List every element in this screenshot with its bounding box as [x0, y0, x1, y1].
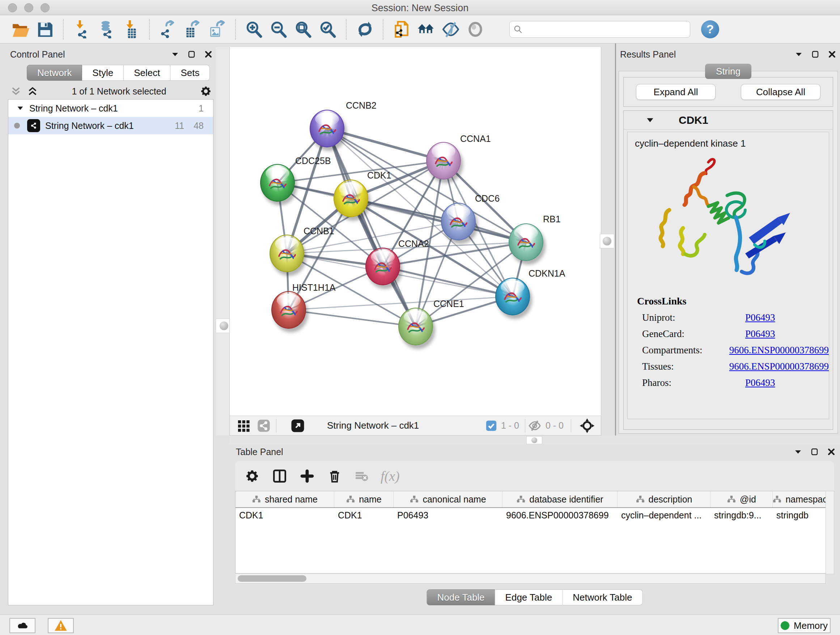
- fit-content-crosshair-icon[interactable]: [579, 418, 595, 434]
- close-panel-icon[interactable]: [828, 50, 836, 59]
- refresh-layout-icon: [355, 20, 374, 38]
- crosslink-link[interactable]: 9606.ENSP00000378699: [729, 345, 829, 356]
- tab-network-table[interactable]: Network Table: [562, 589, 643, 605]
- close-panel-icon[interactable]: [204, 50, 213, 59]
- tab-sets[interactable]: Sets: [171, 65, 210, 81]
- collapse-all-button[interactable]: Collapse All: [741, 84, 821, 100]
- column-header-name[interactable]: name: [334, 491, 393, 507]
- table-cell[interactable]: stringdb: [773, 508, 832, 524]
- network-node-hist1h1a[interactable]: [271, 291, 306, 329]
- table-cell[interactable]: cyclin–dependent ...: [617, 508, 711, 524]
- refresh-layout-button[interactable]: [354, 19, 375, 40]
- panel-menu-icon[interactable]: [794, 448, 802, 456]
- network-canvas[interactable]: CCNB2 CCNA1 CDC25B CDK1 CDC6 RB1 CCNB1: [229, 47, 601, 416]
- table-cell[interactable]: 9606.ENSP00000378699: [502, 508, 617, 524]
- table-cell[interactable]: CDK1: [235, 508, 334, 524]
- open-session-button[interactable]: [10, 19, 31, 40]
- expand-all-icon[interactable]: [27, 86, 38, 97]
- left-splitter[interactable]: [216, 47, 229, 435]
- collapse-all-icon[interactable]: [10, 86, 22, 97]
- warnings-button[interactable]: [48, 618, 74, 633]
- network-node-ccne1[interactable]: [398, 308, 433, 345]
- import-table-button[interactable]: [120, 19, 141, 40]
- network-node-ccna2[interactable]: [365, 248, 400, 285]
- network-node-ccnb1[interactable]: [270, 234, 304, 272]
- crosslink-row: Uniprot:P06493: [637, 312, 829, 323]
- show-columns-icon[interactable]: [272, 469, 287, 484]
- crosslink-row: GeneCard:P06493: [637, 328, 829, 340]
- tab-node-table[interactable]: Node Table: [427, 589, 495, 605]
- network-options-gear-icon[interactable]: [200, 85, 212, 97]
- tab-select[interactable]: Select: [124, 65, 171, 81]
- crosslink-link[interactable]: P06493: [745, 328, 775, 340]
- export-network-button[interactable]: [157, 19, 178, 40]
- right-splitter-handle[interactable]: [600, 234, 614, 249]
- save-session-button[interactable]: [34, 19, 55, 40]
- column-header--id[interactable]: @id: [711, 491, 773, 507]
- delete-column-icon[interactable]: [327, 469, 342, 484]
- network-node-ccna1[interactable]: [426, 142, 461, 180]
- table-row[interactable]: CDK1CDK1P064939606.ENSP00000378699cyclin…: [235, 508, 834, 524]
- column-header-shared-name[interactable]: shared name: [235, 491, 334, 507]
- network-node-rb1[interactable]: [508, 223, 543, 261]
- column-header-namespace[interactable]: namespace: [773, 491, 832, 507]
- tab-style[interactable]: Style: [82, 65, 124, 81]
- tab-edge-table[interactable]: Edge Table: [495, 589, 563, 605]
- table-vertical-scrollbar[interactable]: [826, 491, 834, 574]
- hide-selection-button[interactable]: [440, 19, 461, 40]
- table-cell[interactable]: P06493: [393, 508, 502, 524]
- show-selection-button[interactable]: [465, 19, 486, 40]
- search-field[interactable]: [509, 21, 690, 38]
- share-document-button[interactable]: [391, 19, 412, 40]
- float-panel-icon[interactable]: [187, 50, 196, 59]
- network-tree-item[interactable]: String Network – cdk11148: [8, 117, 213, 134]
- expand-all-button[interactable]: Expand All: [636, 84, 715, 100]
- string-network-icon-gray[interactable]: [256, 418, 271, 433]
- crosslink-link[interactable]: P06493: [745, 312, 775, 323]
- tab-network[interactable]: Network: [27, 65, 82, 81]
- birdseye-view-icon[interactable]: [290, 418, 305, 433]
- network-node-cdkn1a[interactable]: [495, 278, 530, 315]
- network-node-cdk1[interactable]: [333, 180, 368, 217]
- float-panel-icon[interactable]: [811, 50, 820, 59]
- search-input[interactable]: [526, 24, 686, 35]
- tab-string[interactable]: String: [705, 64, 752, 79]
- crosslink-link[interactable]: 9606.ENSP00000378699: [729, 361, 829, 372]
- crosslink-link[interactable]: P06493: [745, 377, 775, 388]
- selected-checkbox-icon[interactable]: [485, 420, 497, 432]
- import-network-file-button[interactable]: [71, 19, 92, 40]
- network-node-cdc25b[interactable]: [260, 164, 295, 202]
- count-badge: 11: [175, 120, 184, 131]
- column-header-canonical-name[interactable]: canonical name: [393, 491, 502, 507]
- results-panel-divider[interactable]: [615, 43, 616, 435]
- close-panel-icon[interactable]: [827, 448, 836, 456]
- column-header-description[interactable]: description: [617, 491, 711, 507]
- help-button[interactable]: ?: [701, 20, 719, 38]
- panel-menu-icon[interactable]: [794, 50, 803, 59]
- network-node-ccnb2[interactable]: [309, 110, 344, 147]
- memory-status-button[interactable]: Memory: [778, 618, 831, 633]
- export-image-button[interactable]: [207, 19, 227, 40]
- network-tree-item[interactable]: String Network – cdk11: [8, 100, 213, 117]
- table-cell[interactable]: stringdb:9...: [711, 508, 773, 524]
- table-options-gear-icon[interactable]: [245, 469, 260, 484]
- zoom-fit-button[interactable]: [293, 19, 314, 40]
- zoom-selected-button[interactable]: [317, 19, 338, 40]
- collapse-section-icon[interactable]: [645, 116, 655, 125]
- import-network-database-button[interactable]: [96, 19, 117, 40]
- cloud-status-button[interactable]: [9, 618, 35, 633]
- zoom-out-button[interactable]: [268, 19, 289, 40]
- zoom-in-button[interactable]: [243, 19, 264, 40]
- table-cell[interactable]: CDK1: [334, 508, 393, 524]
- string-home-button[interactable]: [416, 19, 437, 40]
- tree-expander-icon[interactable]: [16, 104, 24, 112]
- export-table-button[interactable]: [182, 19, 203, 40]
- column-header-database-identifier[interactable]: database identifier: [502, 491, 617, 507]
- grid-view-icon[interactable]: [236, 418, 251, 433]
- table-horizontal-scrollbar[interactable]: [235, 574, 826, 584]
- float-panel-icon[interactable]: [810, 448, 819, 456]
- panel-menu-icon[interactable]: [171, 50, 180, 59]
- add-column-icon[interactable]: [300, 469, 315, 484]
- network-node-cdc6[interactable]: [441, 203, 476, 241]
- table-splitter-handle[interactable]: [526, 436, 542, 444]
